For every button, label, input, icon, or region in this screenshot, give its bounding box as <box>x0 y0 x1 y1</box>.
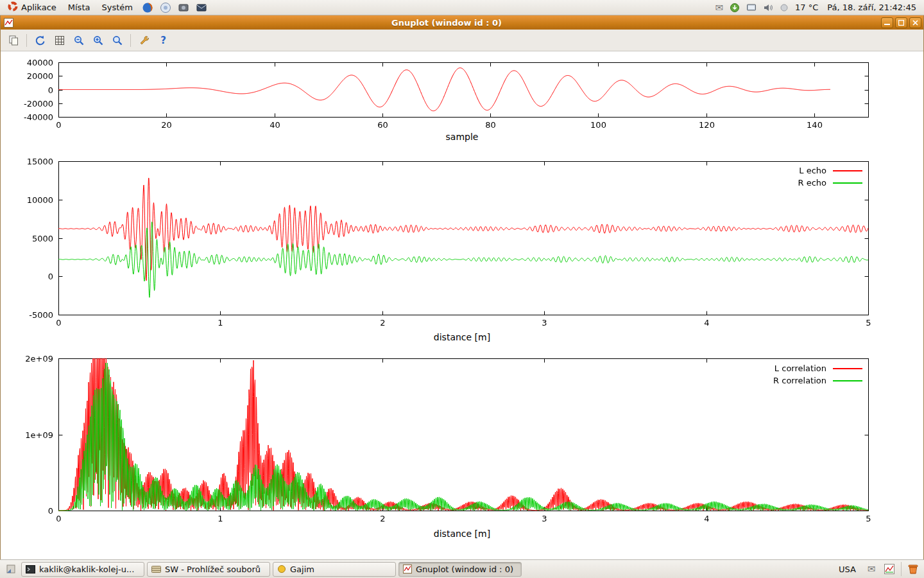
menu-label: Systém <box>101 3 132 12</box>
task-button-file-manager[interactable]: SW - Prohlížeč souborů <box>147 562 270 577</box>
toolbar-separator <box>26 34 27 47</box>
taskbar: kaklik@kaklik-kolej-u... SW - Prohlížeč … <box>0 559 924 578</box>
window-title: Gnuplot (window id : 0) <box>14 18 879 28</box>
chart-applet-icon[interactable] <box>881 561 898 577</box>
task-label: kaklik@kaklik-kolej-u... <box>39 565 134 574</box>
minimize-button[interactable] <box>881 17 893 28</box>
screenshot-tool-icon[interactable] <box>175 0 192 15</box>
temperature-indicator[interactable]: 17 °C <box>792 0 821 15</box>
menu-places[interactable]: Místa <box>63 0 96 15</box>
help-icon: ? <box>160 35 166 46</box>
legend-line-sample <box>833 170 862 171</box>
legend-entry: R echo <box>798 178 862 188</box>
close-button[interactable] <box>909 17 921 28</box>
gnuplot-window: Gnuplot (window id : 0) <box>0 15 924 559</box>
toggle-grid-button[interactable] <box>51 31 68 49</box>
chart-echo: L echo R echo distance [m] <box>1 146 923 347</box>
configure-button[interactable] <box>135 31 153 49</box>
toolbar: ? <box>1 30 923 51</box>
legend-line-sample <box>833 368 862 369</box>
help-browser-icon[interactable] <box>157 0 174 15</box>
plot-area: sample L echo R echo distance [m] <box>1 51 923 559</box>
echo-legend: L echo R echo <box>798 166 862 188</box>
gnuplot-window-icon <box>3 18 14 28</box>
weather-icon[interactable] <box>777 0 791 15</box>
chart-correlation: L correlation R correlation distance [m] <box>1 347 923 543</box>
mail-notification-icon[interactable]: ✉ <box>712 0 726 15</box>
display-icon[interactable] <box>744 0 759 15</box>
legend-entry: L echo <box>799 166 862 175</box>
legend-label: L correlation <box>774 363 826 373</box>
software-update-icon[interactable] <box>727 0 742 15</box>
show-desktop-button[interactable] <box>3 561 19 577</box>
zoom-next-button[interactable] <box>89 31 107 49</box>
gnuplot-icon <box>403 565 412 574</box>
legend-line-sample <box>833 182 862 184</box>
gajim-icon <box>277 565 286 574</box>
task-label: Gnuplot (window id : 0) <box>416 565 513 574</box>
task-label: Gajim <box>290 565 314 574</box>
keyboard-layout-indicator[interactable]: USA <box>833 565 862 574</box>
volume-icon[interactable] <box>760 0 776 15</box>
legend-line-sample <box>833 380 862 381</box>
correlation-legend: L correlation R correlation <box>773 363 862 385</box>
toolbar-separator <box>130 34 131 47</box>
legend-label: R correlation <box>773 376 826 385</box>
task-label: SW - Prohlížeč souborů <box>165 565 261 574</box>
menu-system[interactable]: Systém <box>96 0 137 15</box>
firefox-icon[interactable] <box>139 0 156 15</box>
menu-label: Místa <box>68 3 90 12</box>
legend-entry: R correlation <box>773 376 862 385</box>
maximize-button[interactable] <box>895 17 907 28</box>
help-button[interactable]: ? <box>155 31 172 49</box>
task-button-gajim[interactable]: Gajim <box>273 562 396 577</box>
top-panel: Aplikace Místa Systém ✉ <box>0 0 924 15</box>
echo-x-axis-label: distance [m] <box>1 330 923 347</box>
menu-label: Aplikace <box>21 3 56 12</box>
titlebar[interactable]: Gnuplot (window id : 0) <box>1 15 923 30</box>
clock[interactable]: Pá, 18. září, 21:42:45 <box>822 0 921 15</box>
terminal-icon <box>26 565 35 574</box>
task-button-gnuplot[interactable]: Gnuplot (window id : 0) <box>398 562 522 577</box>
file-manager-icon <box>151 565 161 574</box>
correlation-x-axis-label: distance [m] <box>1 527 923 543</box>
legend-label: L echo <box>799 166 826 175</box>
trash-icon[interactable] <box>905 561 921 577</box>
ubuntu-logo-icon <box>8 1 18 13</box>
menu-applications[interactable]: Aplikace <box>3 0 62 15</box>
echo-plot-canvas[interactable] <box>1 146 923 330</box>
task-button-terminal[interactable]: kaklik@kaklik-kolej-u... <box>21 562 144 577</box>
desktop: Aplikace Místa Systém ✉ <box>0 0 924 578</box>
zoom-previous-button[interactable] <box>70 31 87 49</box>
mail-client-icon[interactable] <box>193 0 210 15</box>
copy-to-clipboard-button[interactable] <box>4 31 22 49</box>
legend-entry: L correlation <box>774 363 862 373</box>
legend-label: R echo <box>798 178 826 188</box>
replot-button[interactable] <box>31 31 49 49</box>
autoscale-button[interactable] <box>108 31 126 49</box>
mail-applet-icon[interactable]: ✉ <box>863 561 880 577</box>
signal-x-axis-label: sample <box>1 130 923 146</box>
taskbar-separator <box>901 562 902 576</box>
window-controls <box>879 17 921 28</box>
signal-plot-canvas[interactable] <box>1 53 923 130</box>
chart-signal: sample <box>1 53 923 146</box>
